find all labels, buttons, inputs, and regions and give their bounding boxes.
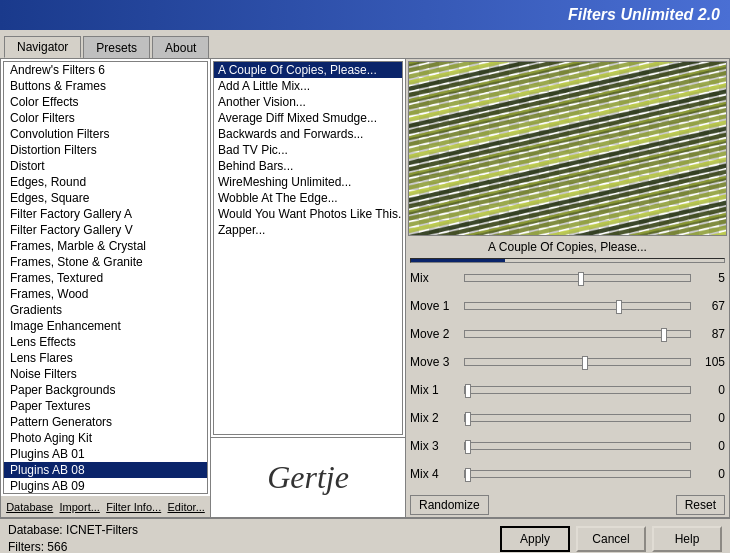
slider-thumb[interactable] xyxy=(465,412,471,426)
filter-list-item[interactable]: Noise Filters xyxy=(4,366,207,382)
control-slider[interactable] xyxy=(464,330,691,338)
main-content: Andrew's Filters 6Buttons & FramesColor … xyxy=(0,58,730,518)
filter-list-item[interactable]: Distortion Filters xyxy=(4,142,207,158)
control-slider[interactable] xyxy=(464,274,691,282)
filter-list-item[interactable]: Plugins AB 09 xyxy=(4,478,207,494)
right-panel: A Couple Of Copies, Please... Mix5Move 1… xyxy=(406,59,729,517)
slider-thumb[interactable] xyxy=(582,356,588,370)
control-row: Move 167 xyxy=(410,295,725,317)
editor-btn[interactable]: Editor... xyxy=(168,501,205,513)
control-row: Mix 20 xyxy=(410,407,725,429)
control-label: Mix 1 xyxy=(410,383,460,397)
control-slider[interactable] xyxy=(464,470,691,478)
control-slider[interactable] xyxy=(464,302,691,310)
control-value: 0 xyxy=(695,467,725,481)
status-left: Database: ICNET-Filters Filters: 566 xyxy=(8,522,138,553)
control-slider[interactable] xyxy=(464,386,691,394)
preview-canvas xyxy=(409,62,726,235)
filter-list-item[interactable]: Filter Factory Gallery A xyxy=(4,206,207,222)
left-panel: Andrew's Filters 6Buttons & FramesColor … xyxy=(1,59,211,517)
effect-list-item[interactable]: Bad TV Pic... xyxy=(214,142,402,158)
filter-list-item[interactable]: Pattern Generators xyxy=(4,414,207,430)
filter-list-item[interactable]: Andrew's Filters 6 xyxy=(4,62,207,78)
filter-list-item[interactable]: Frames, Marble & Crystal xyxy=(4,238,207,254)
filter-list-item[interactable]: Edges, Square xyxy=(4,190,207,206)
effect-list-item[interactable]: Average Diff Mixed Smudge... xyxy=(214,110,402,126)
middle-panel: A Couple Of Copies, Please...Add A Littl… xyxy=(211,59,406,517)
control-row: Mix5 xyxy=(410,267,725,289)
slider-thumb[interactable] xyxy=(578,272,584,286)
filter-list-item[interactable]: Gradients xyxy=(4,302,207,318)
control-label: Mix xyxy=(410,271,460,285)
filter-list-item[interactable]: Frames, Wood xyxy=(4,286,207,302)
slider-thumb[interactable] xyxy=(465,440,471,454)
tab-about[interactable]: About xyxy=(152,36,209,58)
filter-list-item[interactable]: Edges, Round xyxy=(4,174,207,190)
control-value: 0 xyxy=(695,383,725,397)
filter-list-item[interactable]: Frames, Textured xyxy=(4,270,207,286)
app-title: Filters Unlimited 2.0 xyxy=(568,6,720,24)
help-btn[interactable]: Help xyxy=(652,526,722,552)
effect-list-item[interactable]: A Couple Of Copies, Please... xyxy=(214,62,402,78)
effect-list-item[interactable]: Another Vision... xyxy=(214,94,402,110)
reset-btn[interactable]: Reset xyxy=(676,495,725,515)
control-value: 0 xyxy=(695,439,725,453)
randomize-btn[interactable]: Randomize xyxy=(410,495,489,515)
control-slider[interactable] xyxy=(464,358,691,366)
filter-list-item[interactable]: Color Effects xyxy=(4,94,207,110)
action-buttons: Apply Cancel Help xyxy=(500,526,722,552)
filter-list-item[interactable]: Filter Factory Gallery V xyxy=(4,222,207,238)
logo-text: Gertje xyxy=(267,459,349,496)
filter-list-item[interactable]: Plugins AB 01 xyxy=(4,446,207,462)
tab-bar: Navigator Presets About xyxy=(0,30,730,58)
database-btn[interactable]: Database xyxy=(6,501,53,513)
filter-list-item[interactable]: Lens Effects xyxy=(4,334,207,350)
slider-thumb[interactable] xyxy=(465,468,471,482)
slider-thumb[interactable] xyxy=(616,300,622,314)
filter-list[interactable]: Andrew's Filters 6Buttons & FramesColor … xyxy=(3,61,208,494)
effect-list-item[interactable]: Would You Want Photos Like This... xyxy=(214,206,402,222)
effect-list-item[interactable]: Backwards and Forwards... xyxy=(214,126,402,142)
filter-list-item[interactable]: Paper Backgrounds xyxy=(4,382,207,398)
filter-list-item[interactable]: Color Filters xyxy=(4,110,207,126)
filter-list-item[interactable]: Convolution Filters xyxy=(4,126,207,142)
effect-list-item[interactable]: Behind Bars... xyxy=(214,158,402,174)
control-slider[interactable] xyxy=(464,442,691,450)
cancel-btn[interactable]: Cancel xyxy=(576,526,646,552)
control-value: 105 xyxy=(695,355,725,369)
filter-info-btn[interactable]: Filter Info... xyxy=(106,501,161,513)
effect-list-item[interactable]: Zapper... xyxy=(214,222,402,238)
effect-list-item[interactable]: Wobble At The Edge... xyxy=(214,190,402,206)
filter-list-item[interactable]: Paper Textures xyxy=(4,398,207,414)
control-slider[interactable] xyxy=(464,414,691,422)
effect-list-item[interactable]: Add A Little Mix... xyxy=(214,78,402,94)
filters-label: Filters: xyxy=(8,540,44,554)
apply-btn[interactable]: Apply xyxy=(500,526,570,552)
filter-name-display: A Couple Of Copies, Please... xyxy=(406,238,729,256)
tab-navigator[interactable]: Navigator xyxy=(4,36,81,58)
filter-list-item[interactable]: Photo Aging Kit xyxy=(4,430,207,446)
control-label: Mix 2 xyxy=(410,411,460,425)
slider-thumb[interactable] xyxy=(465,384,471,398)
filters-count: 566 xyxy=(47,540,67,554)
title-bar: Filters Unlimited 2.0 xyxy=(0,0,730,30)
control-value: 67 xyxy=(695,299,725,313)
filter-list-item[interactable]: Image Enhancement xyxy=(4,318,207,334)
import-btn[interactable]: Import... xyxy=(60,501,100,513)
filter-list-item[interactable]: Frames, Stone & Granite xyxy=(4,254,207,270)
filter-list-item[interactable]: Plugins AB 08 xyxy=(4,462,207,478)
filter-list-item[interactable]: Buttons & Frames xyxy=(4,78,207,94)
control-row: Move 287 xyxy=(410,323,725,345)
control-label: Mix 3 xyxy=(410,439,460,453)
control-row: Mix 30 xyxy=(410,435,725,457)
logo-area: Gertje xyxy=(211,437,405,517)
filter-list-item[interactable]: Distort xyxy=(4,158,207,174)
tab-presets[interactable]: Presets xyxy=(83,36,150,58)
slider-thumb[interactable] xyxy=(661,328,667,342)
effect-list-item[interactable]: WireMeshing Unlimited... xyxy=(214,174,402,190)
control-label: Mix 4 xyxy=(410,467,460,481)
control-value: 0 xyxy=(695,411,725,425)
preview-area xyxy=(408,61,727,236)
effect-list[interactable]: A Couple Of Copies, Please...Add A Littl… xyxy=(213,61,403,435)
filter-list-item[interactable]: Lens Flares xyxy=(4,350,207,366)
